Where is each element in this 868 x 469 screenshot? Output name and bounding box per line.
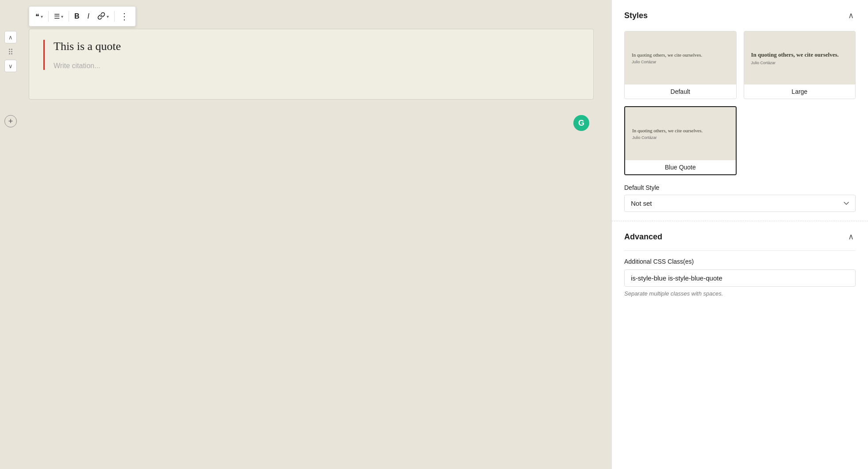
collapse-icon: ∧ — [848, 11, 854, 20]
drag-dot — [9, 51, 10, 52]
default-style-select[interactable]: Not set Default Large Blue Quote — [624, 195, 856, 212]
style-card-default-label: Default — [625, 85, 736, 99]
style-card-blue-label: Blue Quote — [625, 160, 736, 174]
advanced-section: Advanced ∧ Additional CSS Class(es) Sepa… — [612, 221, 868, 306]
align-chevron: ▾ — [61, 14, 63, 19]
style-card-blue-quote[interactable]: In quoting others, we cite ourselves. Ju… — [624, 106, 737, 175]
toolbar-separator-2 — [69, 11, 69, 22]
preview-citation-text-large: Julio Cortázar — [751, 61, 849, 65]
quote-inner: This is a quote Write citation... — [43, 40, 579, 70]
style-card-large-preview: In quoting others, we cite ourselves. Ju… — [744, 31, 856, 85]
toolbar-separator-1 — [48, 11, 49, 22]
more-icon: ⋮ — [120, 11, 129, 22]
quote-type-button[interactable]: ❝ ▾ — [32, 10, 46, 23]
styles-section-title: Styles — [624, 11, 648, 20]
align-icon: ☰ — [54, 12, 60, 20]
css-classes-label: Additional CSS Class(es) — [624, 258, 856, 265]
drag-dot — [9, 53, 10, 54]
style-card-blue-preview: In quoting others, we cite ourselves. Ju… — [625, 107, 736, 160]
css-classes-section: Additional CSS Class(es) Separate multip… — [624, 258, 856, 297]
quote-block: This is a quote Write citation... — [29, 29, 594, 100]
default-style-label: Default Style — [624, 184, 856, 191]
style-card-large[interactable]: In quoting others, we cite ourselves. Ju… — [744, 31, 856, 99]
css-classes-input[interactable] — [624, 269, 856, 287]
preview-citation-text: Julio Cortázar — [632, 60, 729, 64]
advanced-title: Advanced — [624, 232, 662, 242]
italic-button[interactable]: I — [84, 10, 93, 23]
sidebar: Styles ∧ In quoting others, we cite ours… — [611, 0, 868, 469]
block-controls: ∧ ∨ — [4, 31, 17, 72]
preview-quote-text-large: In quoting others, we cite ourselves. — [751, 51, 849, 58]
grammarly-icon: G — [578, 119, 584, 128]
style-card-default-preview: In quoting others, we cite ourselves. Ju… — [625, 31, 736, 85]
italic-icon: I — [88, 12, 89, 20]
chevron-up-icon: ∧ — [8, 34, 13, 41]
drag-dot — [11, 51, 12, 52]
drag-dot — [11, 53, 12, 54]
block-toolbar: ❝ ▾ ☰ ▾ B I ▾ ⋮ — [29, 6, 136, 27]
drag-dot — [9, 49, 10, 50]
advanced-header: Advanced ∧ — [624, 230, 856, 251]
preview-quote-text-blue: In quoting others, we cite ourselves. — [632, 128, 729, 133]
preview-quote-text: In quoting others, we cite ourselves. — [632, 52, 729, 58]
css-classes-hint: Separate multiple classes with spaces. — [624, 290, 856, 297]
link-chevron: ▾ — [107, 14, 109, 19]
chevron-down-icon: ∨ — [8, 63, 13, 69]
styles-collapse-button[interactable]: ∧ — [846, 9, 856, 22]
link-button[interactable]: ▾ — [94, 9, 112, 24]
drag-dot — [11, 49, 12, 50]
quote-text[interactable]: This is a quote — [54, 40, 579, 53]
plus-icon: + — [8, 117, 13, 126]
drag-dots-row-2 — [9, 51, 12, 52]
style-card-default[interactable]: In quoting others, we cite ourselves. Ju… — [624, 31, 737, 99]
drag-handle[interactable] — [7, 47, 14, 56]
style-card-large-label: Large — [744, 85, 856, 99]
quote-citation[interactable]: Write citation... — [54, 62, 579, 70]
add-block-button[interactable]: + — [4, 115, 17, 127]
quote-type-chevron: ▾ — [41, 14, 43, 19]
preview-citation-text-blue: Julio Cortázar — [632, 135, 729, 140]
grammarly-button[interactable]: G — [573, 115, 589, 131]
drag-dots-row-1 — [9, 49, 12, 50]
advanced-collapse-button[interactable]: ∧ — [846, 230, 856, 243]
editor-area: ❝ ▾ ☰ ▾ B I ▾ ⋮ — [0, 0, 611, 469]
default-style-section: Default Style Not set Default Large Blue… — [624, 184, 856, 212]
bold-button[interactable]: B — [71, 10, 83, 23]
more-options-button[interactable]: ⋮ — [116, 8, 133, 24]
bold-icon: B — [74, 12, 80, 20]
drag-dots-row-3 — [9, 53, 12, 54]
styles-section: Styles ∧ In quoting others, we cite ours… — [612, 0, 868, 221]
link-icon — [97, 12, 105, 21]
align-button[interactable]: ☰ ▾ — [50, 10, 67, 23]
advanced-collapse-icon: ∧ — [848, 232, 854, 241]
styles-section-header: Styles ∧ — [624, 9, 856, 22]
move-down-button[interactable]: ∨ — [4, 60, 17, 72]
move-up-button[interactable]: ∧ — [4, 31, 17, 43]
quote-icon: ❝ — [35, 12, 39, 21]
styles-grid: In quoting others, we cite ourselves. Ju… — [624, 31, 856, 175]
toolbar-separator-3 — [114, 11, 115, 22]
